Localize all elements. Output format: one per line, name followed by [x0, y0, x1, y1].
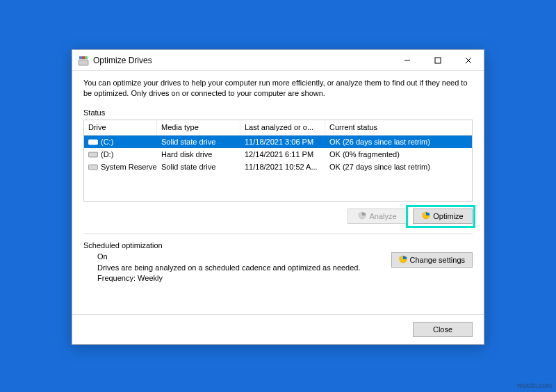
- svg-rect-9: [89, 152, 98, 157]
- analyze-button: Analyze: [348, 209, 407, 224]
- titlebar: Optimize Drives: [72, 50, 484, 71]
- table-row[interactable]: System ReservedSolid state drive11/18/20…: [84, 161, 472, 173]
- col-last[interactable]: Last analyzed or o...: [240, 120, 325, 135]
- footer: Close: [72, 314, 484, 344]
- drive-icon: [88, 151, 98, 158]
- svg-rect-0: [79, 60, 88, 65]
- col-media[interactable]: Media type: [157, 120, 240, 135]
- close-dialog-button[interactable]: Close: [413, 322, 473, 337]
- table-row[interactable]: (C:)Solid state drive11/18/2021 3:06 PMO…: [84, 136, 472, 148]
- drive-last: 11/18/2021 10:52 A...: [240, 163, 325, 171]
- close-label: Close: [433, 325, 452, 334]
- close-button[interactable]: [453, 50, 484, 70]
- table-header: Drive Media type Last analyzed or o... C…: [84, 120, 472, 136]
- drive-status: OK (0% fragmented): [325, 150, 472, 158]
- drive-media: Hard disk drive: [157, 150, 240, 158]
- drive-media: Solid state drive: [157, 138, 240, 146]
- shield-icon: [358, 211, 366, 221]
- drive-status: OK (26 days since last retrim): [325, 138, 472, 146]
- optimize-button[interactable]: Optimize: [413, 209, 473, 224]
- scheduled-state: On: [97, 252, 391, 261]
- drive-name: System Reserved: [101, 163, 157, 171]
- description-text: You can optimize your drives to help you…: [83, 78, 473, 99]
- scheduled-desc: Drives are being analyzed on a scheduled…: [97, 263, 391, 272]
- drive-icon: [88, 163, 98, 170]
- drive-last: 12/14/2021 6:11 PM: [240, 150, 325, 158]
- svg-rect-10: [89, 165, 98, 170]
- col-status[interactable]: Current status: [325, 120, 472, 135]
- shield-icon: [422, 211, 430, 221]
- table-row[interactable]: (D:)Hard disk drive12/14/2021 6:11 PMOK …: [84, 148, 472, 161]
- drive-name: (D:): [101, 150, 113, 158]
- analyze-label: Analyze: [369, 212, 396, 220]
- col-drive[interactable]: Drive: [84, 120, 157, 135]
- svg-rect-3: [85, 56, 88, 59]
- watermark: wsxdn.com: [517, 382, 552, 389]
- window-title: Optimize Drives: [93, 56, 392, 65]
- svg-rect-8: [89, 140, 98, 145]
- drive-name: (C:): [101, 138, 113, 146]
- change-settings-label: Change settings: [410, 256, 466, 264]
- scheduled-freq: Frequency: Weekly: [97, 274, 391, 282]
- minimize-button[interactable]: [392, 50, 423, 70]
- content-area: You can optimize your drives to help you…: [72, 71, 484, 314]
- drive-icon: [88, 138, 98, 145]
- drive-media: Solid state drive: [157, 163, 240, 171]
- status-label: Status: [83, 108, 473, 117]
- drive-last: 11/18/2021 3:06 PM: [240, 138, 325, 146]
- svg-rect-1: [79, 56, 82, 59]
- separator: [83, 234, 473, 234]
- optimize-label: Optimize: [433, 212, 463, 220]
- app-icon: [78, 55, 89, 66]
- maximize-button[interactable]: [423, 50, 453, 70]
- change-settings-button[interactable]: Change settings: [391, 252, 473, 268]
- svg-rect-2: [82, 56, 85, 59]
- drive-status: OK (27 days since last retrim): [325, 163, 472, 171]
- drives-table[interactable]: Drive Media type Last analyzed or o... C…: [83, 120, 473, 202]
- scheduled-block: On Drives are being analyzed on a schedu…: [83, 252, 473, 284]
- shield-icon: [399, 255, 407, 265]
- optimize-drives-window: Optimize Drives You can optimize your dr…: [72, 49, 484, 345]
- scheduled-label: Scheduled optimization: [83, 241, 473, 250]
- svg-rect-5: [435, 58, 441, 63]
